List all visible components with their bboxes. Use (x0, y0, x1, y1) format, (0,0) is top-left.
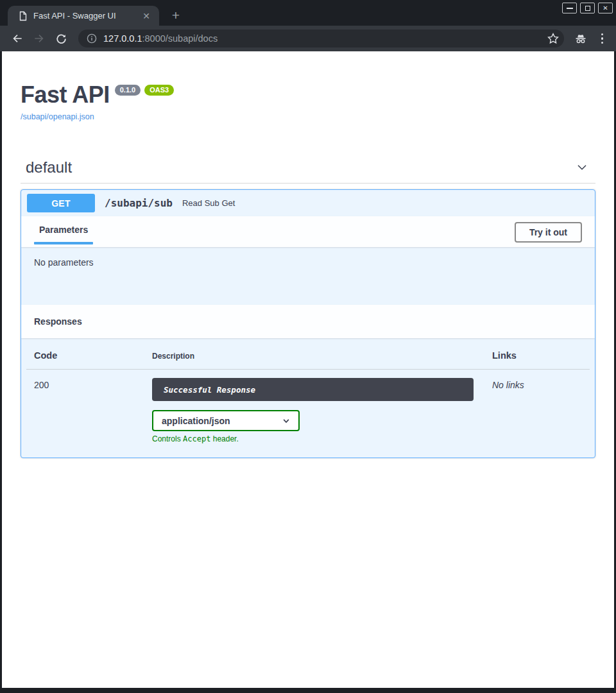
address-bar[interactable]: 127.0.0.1:8000/subapi/docs (78, 30, 564, 47)
tag-name: default (26, 158, 72, 176)
minimize-button[interactable] (562, 3, 577, 13)
reload-icon (55, 33, 67, 45)
no-parameters-text: No parameters (34, 257, 94, 268)
tab-close-icon[interactable]: ✕ (140, 10, 153, 22)
incognito-icon (573, 31, 588, 46)
new-tab-button[interactable]: + (168, 8, 184, 24)
url-path: :8000/subapi/docs (142, 33, 218, 44)
back-arrow-icon (11, 32, 24, 45)
column-links: Links (492, 350, 582, 361)
badges: 0.1.0 OAS3 (115, 85, 174, 96)
tab-strip: Fast API - Swagger UI ✕ + ✕ (0, 0, 616, 26)
site-info-icon[interactable] (87, 33, 97, 44)
window-controls: ✕ (562, 3, 613, 13)
minimize-icon (567, 8, 573, 9)
parameters-label: Parameters (34, 225, 93, 235)
accept-note-suffix: header. (210, 434, 238, 443)
media-type-cell: application/json Controls Accept header. (152, 410, 492, 443)
swagger-ui: Fast API 0.1.0 OAS3 /subapi/openapi.json… (2, 51, 614, 458)
response-description-box: Successful Response (152, 378, 474, 401)
bookmark-star-icon[interactable] (546, 31, 560, 46)
responses-header: Responses (21, 305, 595, 338)
maximize-button[interactable] (580, 3, 595, 13)
responses-label: Responses (34, 316, 82, 327)
browser-menu-button[interactable] (597, 31, 608, 47)
active-tab-underline (34, 242, 93, 244)
forward-arrow-icon (33, 32, 46, 45)
page-title: Fast API (21, 83, 110, 107)
tab-parameters[interactable]: Parameters (34, 225, 93, 244)
maximize-icon (585, 6, 590, 11)
forward-button[interactable] (31, 30, 47, 47)
url-host: 127.0.0.1 (103, 33, 142, 44)
toolbar-right (573, 31, 608, 47)
parameters-header: Parameters Try it out (21, 216, 595, 247)
operation-summary[interactable]: GET /subapi/sub Read Sub Get (21, 190, 595, 216)
response-row: 200 Successful Response No links (34, 378, 582, 401)
openapi-spec-link[interactable]: /subapi/openapi.json (21, 112, 94, 121)
close-button[interactable]: ✕ (598, 3, 613, 13)
accept-note-prefix: Controls (152, 434, 183, 443)
media-type-value: application/json (162, 416, 230, 426)
select-chevron-icon (282, 416, 291, 425)
response-links: No links (492, 378, 582, 390)
api-info: Fast API 0.1.0 OAS3 (21, 83, 595, 107)
accept-note-code: Accept (183, 434, 210, 443)
responses-table-header: Code Description Links (26, 350, 590, 370)
back-button[interactable] (9, 30, 26, 47)
tab-title: Fast API - Swagger UI (33, 11, 140, 21)
tag-section-header[interactable]: default (21, 158, 595, 184)
column-code: Code (34, 350, 152, 361)
reload-button[interactable] (53, 30, 69, 47)
operation-path: /subapi/sub (105, 197, 173, 209)
try-it-out-button[interactable]: Try it out (515, 222, 582, 243)
http-method-badge: GET (27, 194, 95, 212)
operation-summary-text: Read Sub Get (182, 198, 235, 208)
operation-block: GET /subapi/sub Read Sub Get Parameters … (21, 189, 595, 458)
media-type-row: application/json Controls Accept header. (34, 410, 582, 443)
column-description: Description (152, 350, 492, 361)
version-badge: 0.1.0 (115, 85, 141, 96)
response-code: 200 (34, 378, 152, 390)
browser-toolbar: 127.0.0.1:8000/subapi/docs (0, 26, 616, 51)
page-favicon-icon (18, 11, 28, 21)
url-text[interactable]: 127.0.0.1:8000/subapi/docs (103, 33, 541, 44)
accept-header-note: Controls Accept header. (152, 434, 492, 443)
media-type-select[interactable]: application/json (152, 410, 300, 431)
responses-body: Code Description Links 200 Successful Re… (21, 338, 595, 458)
browser-tab[interactable]: Fast API - Swagger UI ✕ (8, 6, 159, 26)
browser-window: Fast API - Swagger UI ✕ + ✕ (0, 0, 616, 693)
chevron-down-icon[interactable] (575, 160, 589, 175)
parameters-body: No parameters (21, 247, 595, 305)
page-viewport: Fast API 0.1.0 OAS3 /subapi/openapi.json… (2, 51, 614, 688)
response-description: Successful Response (164, 385, 255, 395)
oas3-badge: OAS3 (144, 85, 174, 96)
